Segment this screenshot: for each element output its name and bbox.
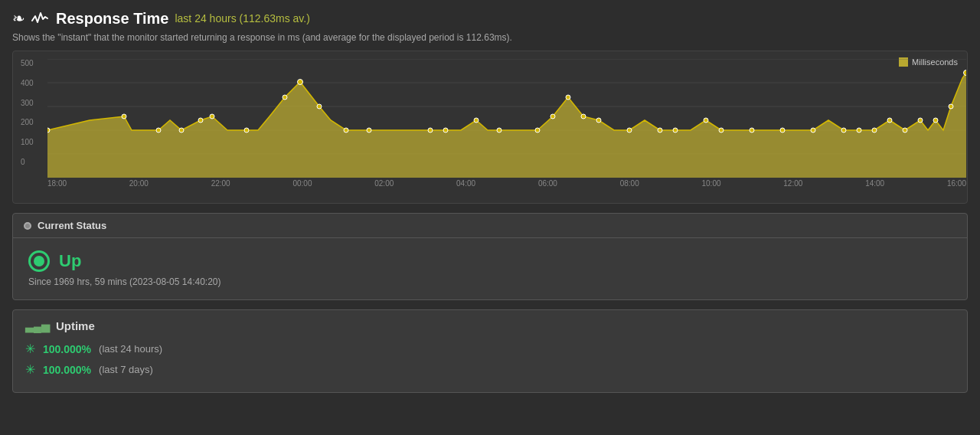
svg-point-25 [566, 95, 570, 100]
svg-point-41 [918, 118, 923, 123]
svg-point-35 [811, 128, 815, 132]
status-body: Up Since 1969 hrs, 59 mins (2023-08-05 1… [13, 238, 967, 299]
svg-point-30 [673, 128, 678, 132]
svg-point-42 [933, 118, 938, 123]
svg-point-15 [298, 80, 303, 85]
svg-point-29 [658, 128, 662, 132]
svg-marker-6 [47, 73, 966, 178]
svg-point-16 [317, 104, 322, 109]
svg-point-26 [581, 114, 586, 119]
svg-point-20 [443, 128, 448, 132]
activity-icon: ❧ [12, 9, 25, 28]
response-time-chart: Milliseconds 500 400 300 200 100 0 [12, 51, 968, 204]
status-up-label: Up [59, 251, 81, 271]
y-axis-labels: 500 400 300 200 100 0 [21, 59, 44, 166]
svg-point-24 [550, 114, 555, 119]
status-indicator-inner [34, 256, 44, 267]
status-dot-icon [24, 222, 31, 230]
status-since: Since 1969 hrs, 59 mins (2023-08-05 14:4… [28, 276, 952, 287]
svg-point-8 [122, 114, 126, 119]
svg-point-34 [780, 128, 785, 132]
status-up-row: Up [28, 250, 952, 272]
svg-point-44 [964, 70, 967, 76]
svg-point-39 [887, 118, 892, 123]
svg-point-9 [156, 128, 161, 132]
svg-point-32 [719, 128, 724, 132]
svg-point-27 [596, 118, 601, 123]
status-up-indicator [28, 250, 50, 272]
svg-point-13 [244, 128, 249, 132]
page-container: ❧ Response Time last 24 hours (112.63ms … [0, 0, 980, 402]
svg-point-14 [283, 95, 287, 100]
page-subtitle: last 24 hours (112.63ms av.) [175, 12, 309, 25]
uptime-period-24h: (last 24 hours) [99, 343, 162, 355]
svg-point-38 [872, 128, 877, 132]
uptime-row-7d: ✳ 100.000% (last 7 days) [25, 362, 955, 377]
svg-point-43 [949, 104, 953, 109]
activity-icon-svg [31, 11, 48, 25]
page-description: Shows the "instant" that the monitor sta… [12, 32, 968, 43]
svg-point-37 [857, 128, 861, 132]
uptime-section-label: Uptime [56, 319, 95, 332]
svg-point-10 [179, 128, 184, 132]
response-time-header: ❧ Response Time last 24 hours (112.63ms … [12, 9, 968, 28]
svg-point-17 [344, 128, 348, 132]
svg-point-18 [367, 128, 371, 132]
x-axis-labels: 18:00 20:00 22:00 00:00 02:00 04:00 06:0… [47, 179, 966, 188]
chart-wrapper: 500 400 300 200 100 0 [21, 59, 959, 188]
uptime-section: ▃▄▅ Uptime ✳ 100.000% (last 24 hours) ✳ … [12, 309, 968, 393]
svg-point-33 [750, 128, 754, 132]
uptime-status-icon-1: ✳ [25, 342, 35, 356]
uptime-period-7d: (last 7 days) [99, 364, 153, 375]
uptime-pct-24h: 100.000% [43, 343, 91, 355]
current-status-section: Current Status Up Since 1969 hrs, 59 min… [12, 213, 968, 300]
svg-point-28 [627, 128, 632, 132]
uptime-pct-7d: 100.000% [43, 364, 91, 376]
uptime-row-24h: ✳ 100.000% (last 24 hours) [25, 342, 955, 356]
svg-point-40 [903, 128, 907, 132]
svg-point-36 [841, 128, 846, 132]
uptime-header: ▃▄▅ Uptime [25, 319, 955, 332]
uptime-status-icon-2: ✳ [25, 362, 35, 377]
status-section-header: Current Status [13, 214, 967, 238]
svg-point-19 [428, 128, 433, 132]
chart-svg [47, 59, 966, 178]
svg-point-21 [474, 118, 479, 123]
svg-point-7 [47, 128, 50, 132]
status-section-label: Current Status [38, 220, 106, 231]
svg-point-22 [497, 128, 501, 132]
svg-point-31 [704, 118, 708, 123]
bar-chart-icon: ▃▄▅ [25, 320, 50, 332]
page-title: Response Time [56, 10, 168, 28]
svg-point-11 [198, 118, 203, 123]
svg-point-23 [535, 128, 540, 132]
svg-point-12 [210, 114, 214, 119]
